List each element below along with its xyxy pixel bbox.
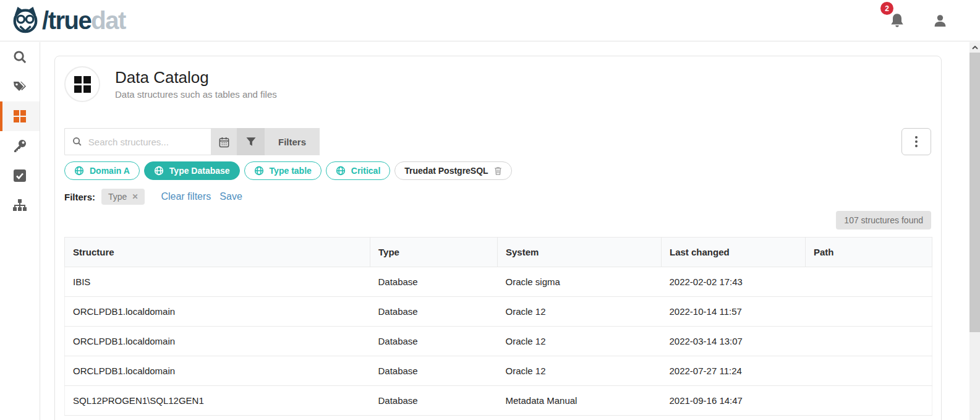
globe-icon — [336, 166, 346, 176]
filters-button[interactable]: Filters — [265, 128, 320, 155]
applied-filters-label: Filters: — [64, 192, 95, 202]
sidebar-item-lineage[interactable] — [0, 191, 40, 220]
chip-domain-a[interactable]: Domain A — [64, 161, 140, 180]
sidebar-item-data-catalog[interactable] — [0, 101, 40, 131]
column-header-structure[interactable]: Structure — [65, 238, 370, 267]
structures-table: Structure Type System Last changed Path … — [64, 237, 932, 416]
search-icon — [72, 136, 82, 147]
sitemap-icon — [12, 199, 27, 212]
table-row[interactable]: ORCLPDB1.localdomain Database Oracle 12 … — [65, 327, 932, 356]
cell-type: Database — [370, 297, 498, 327]
cell-path — [806, 386, 932, 416]
cell-path — [806, 297, 932, 327]
top-bar: /truedat 2 — [0, 0, 980, 41]
scrollbar-up-button[interactable] — [969, 42, 980, 53]
chip-label: Critical — [351, 166, 380, 176]
column-header-system[interactable]: System — [498, 238, 662, 267]
sidebar-item-tags[interactable] — [0, 72, 40, 101]
chip-truedat-postgresql[interactable]: Truedat PostgreSQL — [394, 161, 511, 180]
filter-chips-row: Domain A Type Database Type table Critic… — [64, 161, 931, 180]
page-scrollbar[interactable] — [969, 42, 980, 420]
calendar-icon — [218, 136, 230, 148]
catalog-icon-circle — [64, 66, 100, 102]
chip-label: Type Database — [169, 166, 230, 176]
clear-filters-link[interactable]: Clear filters — [161, 191, 211, 202]
cell-last-changed: 2021-09-16 14:47 — [662, 386, 806, 416]
cell-structure[interactable]: ORCLPDB1.localdomain — [65, 297, 370, 327]
notifications-button[interactable]: 2 — [889, 12, 905, 29]
cell-system: Oracle 12 — [498, 297, 662, 327]
column-header-last-changed[interactable]: Last changed — [662, 238, 806, 267]
cell-type: Database — [370, 386, 498, 416]
tags-icon — [12, 79, 27, 94]
page-header: Data Catalog Data structures such as tab… — [64, 66, 931, 102]
cell-last-changed: 2022-10-14 11:57 — [662, 297, 806, 327]
page-subtitle: Data structures such as tables and files — [115, 89, 277, 100]
results-count-badge: 107 structures found — [836, 211, 931, 229]
page-title: Data Catalog — [115, 69, 277, 87]
chip-type-table[interactable]: Type table — [244, 161, 322, 180]
chevron-up-icon — [972, 46, 978, 49]
cell-last-changed: 2022-03-14 13:07 — [662, 327, 806, 356]
cell-system: Oracle sigma — [498, 267, 662, 297]
cell-structure[interactable]: IBIS — [65, 267, 370, 297]
remove-filter-icon[interactable]: ✕ — [132, 192, 138, 201]
sidebar-item-quality[interactable] — [0, 161, 40, 191]
cell-type: Database — [370, 327, 498, 356]
cell-path — [806, 267, 932, 297]
table-row[interactable]: SQL12PROGEN1\SQL12GEN1 Database Metadata… — [65, 386, 932, 416]
applied-filter-chip-label: Type — [108, 192, 127, 202]
brand-text: /truedat — [42, 8, 126, 33]
catalog-grid-icon — [74, 76, 91, 93]
check-square-icon — [13, 169, 27, 182]
date-filter-button[interactable] — [211, 128, 237, 155]
table-row[interactable]: ORCLPDB1.localdomain Database Oracle 12 … — [65, 356, 932, 386]
sidebar-nav — [0, 42, 40, 420]
chip-label: Type table — [270, 166, 312, 176]
toolbar: Filters — [64, 128, 931, 155]
funnel-icon — [245, 136, 257, 147]
filter-funnel-button[interactable] — [237, 128, 265, 155]
globe-icon — [74, 166, 84, 176]
owl-logo-icon — [11, 5, 40, 36]
table-row[interactable]: ORCLPDB1.localdomain Database Oracle 12 … — [65, 297, 932, 327]
applied-filters-row: Filters: Type ✕ Clear filters Save — [64, 189, 931, 205]
table-header-row: Structure Type System Last changed Path — [65, 238, 932, 267]
more-options-button[interactable] — [901, 128, 931, 155]
cell-structure[interactable]: SQL12PROGEN1\SQL12GEN1 — [65, 386, 370, 416]
applied-filter-type-chip: Type ✕ — [101, 189, 145, 205]
cell-system: Oracle 12 — [498, 356, 662, 386]
cell-path — [806, 356, 932, 386]
column-header-type[interactable]: Type — [370, 238, 498, 267]
cell-structure[interactable]: ORCLPDB1.localdomain — [65, 327, 370, 356]
truedat-logo[interactable]: /truedat — [11, 5, 126, 36]
sidebar-item-permissions[interactable] — [0, 131, 40, 161]
cell-last-changed: 2022-07-27 11:24 — [662, 356, 806, 386]
column-header-path[interactable]: Path — [806, 238, 932, 267]
scrollbar-thumb[interactable] — [969, 53, 980, 332]
search-box — [64, 128, 211, 155]
sidebar-item-search[interactable] — [0, 42, 40, 72]
globe-icon — [254, 166, 264, 176]
search-icon — [13, 50, 27, 64]
trash-icon[interactable] — [494, 166, 502, 175]
notifications-count-badge: 2 — [880, 2, 893, 15]
cell-type: Database — [370, 356, 498, 386]
cell-system: Metadata Manual — [498, 386, 662, 416]
key-icon — [12, 139, 27, 153]
chip-type-database[interactable]: Type Database — [144, 161, 240, 180]
save-filters-link[interactable]: Save — [219, 191, 242, 202]
cell-structure[interactable]: ORCLPDB1.localdomain — [65, 356, 370, 386]
cell-system: Oracle 12 — [498, 327, 662, 356]
search-input[interactable] — [88, 137, 203, 147]
data-catalog-card: Data Catalog Data structures such as tab… — [54, 56, 942, 420]
table-row[interactable]: IBIS Database Oracle sigma 2022-02-02 17… — [65, 267, 932, 297]
cell-last-changed: 2022-02-02 17:43 — [662, 267, 806, 297]
cell-type: Database — [370, 267, 498, 297]
user-icon[interactable] — [932, 13, 948, 28]
cell-path — [806, 327, 932, 356]
grid-icon — [13, 109, 27, 123]
bell-icon — [889, 12, 905, 29]
globe-icon — [154, 166, 164, 176]
chip-critical[interactable]: Critical — [326, 161, 390, 180]
